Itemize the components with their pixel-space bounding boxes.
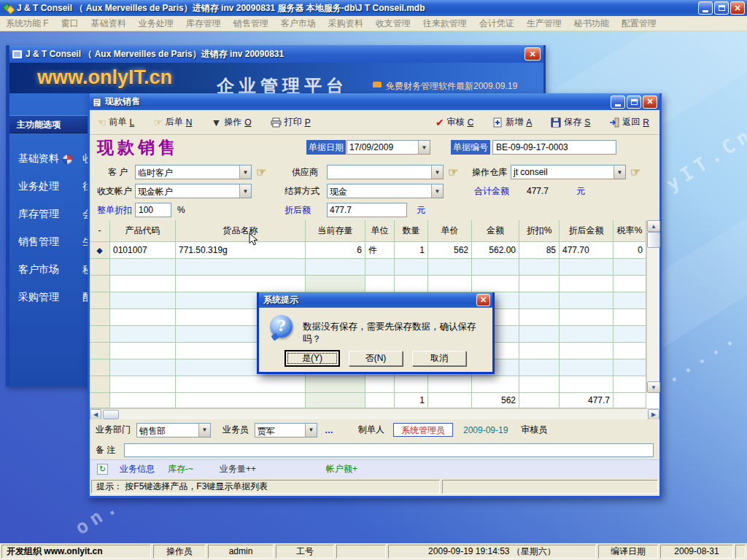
restore-button[interactable]: [714, 1, 729, 15]
grid-cell: [110, 343, 176, 359]
scroll-up-icon[interactable]: ▲: [647, 220, 660, 232]
customer-combo[interactable]: 临时客户▼: [135, 165, 252, 179]
scroll-thumb[interactable]: [647, 232, 660, 248]
scroll-thumb[interactable]: [103, 410, 119, 419]
menu-item-business[interactable]: 业务处理: [139, 18, 174, 30]
child-close-button[interactable]: ✕: [525, 47, 541, 61]
scroll-down-icon[interactable]: ▼: [647, 381, 660, 393]
menu-item-voucher[interactable]: 会计凭证: [479, 18, 514, 30]
sidebar-item-inventory[interactable]: 库存管理: [18, 207, 91, 222]
warehouse-combo[interactable]: jt conseil▼: [511, 165, 626, 179]
sidebar-item-sales[interactable]: 销售管理: [18, 235, 91, 249]
scroll-left-icon[interactable]: ◀: [90, 409, 101, 420]
menu-item-purchase[interactable]: 采购资料: [328, 18, 363, 30]
link-account[interactable]: 帐户额+: [326, 463, 357, 475]
minimize-button[interactable]: [698, 1, 713, 15]
grid-cell-stock: 6: [306, 242, 365, 259]
account-combo[interactable]: 现金帐户▼: [135, 184, 252, 198]
chevron-down-icon[interactable]: ▼: [614, 166, 625, 179]
select-pointer-icon[interactable]: ☞: [448, 165, 458, 179]
status-cell-empty: [735, 545, 746, 559]
link-stock[interactable]: 库存-~: [168, 463, 193, 475]
chevron-down-icon[interactable]: ▼: [431, 166, 443, 179]
return-button[interactable]: 返回R: [609, 116, 649, 128]
settle-combo[interactable]: 现金▼: [327, 184, 444, 198]
menu-item-customer[interactable]: 客户市场: [281, 18, 316, 30]
sales-maximize-button[interactable]: [627, 96, 641, 109]
supplier-combo[interactable]: ▼: [327, 165, 444, 179]
chevron-down-icon[interactable]: ▼: [431, 184, 443, 198]
new-button[interactable]: 新增A: [492, 116, 532, 128]
close-button[interactable]: ✕: [730, 1, 745, 15]
sales-minimize-button[interactable]: [611, 96, 625, 109]
agent-combo[interactable]: 贾军▼: [255, 423, 317, 438]
menu-item-basedata[interactable]: 基础资料: [91, 18, 126, 30]
select-pointer-icon[interactable]: ☞: [630, 165, 640, 179]
menu-item-sales[interactable]: 销售管理: [233, 18, 268, 30]
grid-cell: [560, 292, 614, 309]
dept-combo[interactable]: 销售部▼: [136, 423, 211, 438]
grid-cell-name: 771.50.319g: [176, 242, 306, 259]
grid-cell: [110, 309, 176, 326]
menu-item-payment[interactable]: 收支管理: [376, 18, 411, 30]
grid-cell: [614, 309, 646, 326]
remark-field[interactable]: [124, 443, 654, 457]
chevron-down-icon[interactable]: ▼: [239, 166, 251, 179]
menu-item-production[interactable]: 生产管理: [527, 18, 562, 30]
menu-item-inventory[interactable]: 库存管理: [186, 18, 221, 30]
doc-date-combo[interactable]: 17/09/2009▼: [347, 140, 430, 155]
dialog-close-button[interactable]: ✕: [476, 294, 490, 306]
scroll-right-icon[interactable]: ▶: [648, 409, 659, 420]
grid-empty-row[interactable]: [90, 376, 646, 393]
select-pointer-icon[interactable]: ☞: [256, 165, 266, 179]
sidebar-item-customer[interactable]: 客户市场: [18, 262, 91, 277]
chevron-down-icon[interactable]: ▼: [418, 141, 430, 154]
vertical-scrollbar[interactable]: ▲ ▼: [646, 220, 659, 393]
operate-button[interactable]: ▼操作O: [211, 116, 251, 128]
scroll-track[interactable]: [647, 248, 659, 381]
link-business-info[interactable]: 业务信息: [120, 463, 155, 475]
menu-item-system[interactable]: 系统功能 F: [6, 18, 49, 30]
chevron-down-icon[interactable]: ▼: [239, 184, 251, 198]
grid-cell: [365, 259, 395, 276]
grid-empty-row[interactable]: [90, 276, 646, 292]
doc-no-field[interactable]: BE-09-09-17-0003: [492, 140, 616, 155]
grid-data-row[interactable]: ◆ 0101007 771.50.319g 6 件 1 562 562.00 8…: [90, 242, 646, 259]
grid-totals-row: 1 562 477.7: [90, 393, 646, 408]
horizontal-scrollbar[interactable]: ◀ ▶: [90, 408, 659, 419]
chevron-down-icon[interactable]: ▼: [198, 424, 210, 437]
grid-cell: [614, 259, 646, 276]
no-button[interactable]: 否(N): [349, 351, 403, 366]
next-doc-button[interactable]: ☞后单N: [153, 116, 192, 128]
child-window-title: J & T Conseil （ Aux Merveilles de Paris）…: [26, 48, 525, 61]
more-button[interactable]: …: [325, 425, 333, 435]
watermark-text: yIT.Cn: [662, 122, 747, 195]
sidebar-item-basedata[interactable]: 基础资料: [18, 152, 91, 166]
status-operator-value: admin: [208, 545, 274, 559]
grid-header-cell: 当前存量: [306, 220, 365, 242]
discount-field[interactable]: 100: [135, 203, 171, 217]
link-volume[interactable]: 业务量++: [220, 463, 256, 475]
grid-cell-after: 477.70: [560, 242, 614, 259]
cancel-button[interactable]: 取消: [412, 351, 466, 366]
maker-label: 制单人: [358, 424, 384, 436]
menu-item-window[interactable]: 窗口: [61, 18, 79, 30]
save-button[interactable]: 保存S: [551, 116, 590, 128]
chevron-down-icon[interactable]: ▼: [305, 424, 317, 437]
grid-empty-row[interactable]: [90, 259, 646, 276]
menu-item-config[interactable]: 配置管理: [622, 18, 657, 30]
refresh-icon[interactable]: ↻: [97, 464, 108, 475]
prev-doc-button[interactable]: ☜前单L: [97, 116, 134, 128]
grid-cell: [614, 326, 646, 343]
yes-button[interactable]: 是(Y): [285, 351, 339, 366]
audit-button[interactable]: ✔审核C: [436, 116, 473, 128]
sales-close-button[interactable]: ✕: [643, 96, 657, 109]
after-field[interactable]: 477.7: [327, 203, 407, 217]
warehouse-label: 操作仓库: [472, 165, 507, 179]
menu-item-secretary[interactable]: 秘书功能: [574, 18, 609, 30]
menu-item-accounts[interactable]: 往来款管理: [423, 18, 467, 30]
print-button[interactable]: 打印P: [271, 116, 311, 128]
sales-window-title: 现款销售: [105, 96, 611, 108]
sidebar-item-business[interactable]: 业务处理: [18, 179, 91, 194]
sidebar-item-purchase[interactable]: 采购管理: [18, 290, 91, 305]
